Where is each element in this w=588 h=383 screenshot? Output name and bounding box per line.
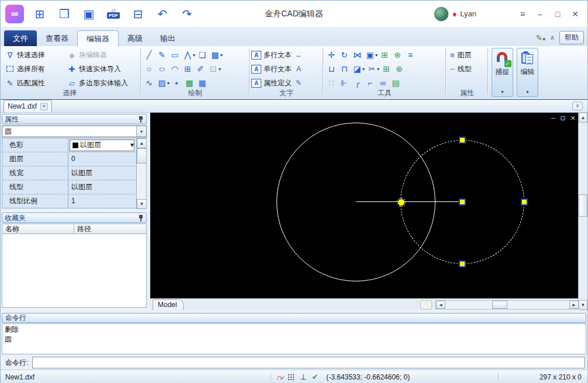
drawing-canvas[interactable]: ─ ⊡ ✕	[150, 113, 579, 298]
point-icon[interactable]: ▪	[170, 76, 183, 89]
export-pdf-button[interactable]: ▱PDF	[105, 5, 122, 23]
extend-icon[interactable]: ⊔	[325, 62, 338, 75]
model-tab[interactable]: Model	[153, 300, 184, 310]
favorites-column-path[interactable]: 路径	[74, 224, 147, 234]
copy-block-icon[interactable]: ⊞	[181, 62, 194, 75]
chevron-down-icon[interactable]: ▾	[130, 138, 134, 152]
quick-select-button[interactable]: ∇快速选择	[5, 48, 67, 62]
chevron-down-icon[interactable]: ▾	[220, 53, 223, 58]
paste-timer-icon[interactable]: ⊛	[393, 62, 406, 75]
grid-toggle[interactable]	[288, 374, 295, 381]
chevron-down-icon[interactable]: ▾	[193, 53, 195, 58]
tab-advanced[interactable]: 高级	[119, 30, 151, 46]
rotate-icon[interactable]: ↻	[338, 48, 351, 61]
single-text-button[interactable]: A单行文本	[251, 62, 292, 76]
tab-viewer[interactable]: 查看器	[37, 30, 77, 46]
help-button[interactable]: 帮助	[559, 31, 584, 44]
image-icon[interactable]: ▩	[183, 76, 196, 89]
collapse-ribbon-button[interactable]: ∧	[550, 34, 555, 41]
minimize-button[interactable]: –	[531, 5, 549, 23]
offset-icon[interactable]: ▣	[364, 48, 376, 61]
save-file-button[interactable]: ▣	[80, 5, 98, 23]
vertical-scrollbar[interactable]: ▲ ▼	[578, 113, 587, 310]
new-file-button[interactable]: ⊞	[31, 5, 49, 23]
add-to-layer-icon[interactable]: ▤	[389, 76, 402, 89]
mdi-minimize-icon[interactable]: ─	[551, 114, 556, 122]
ellipse-icon[interactable]: ○	[153, 62, 171, 75]
scroll-right-icon[interactable]: ►	[569, 301, 579, 309]
maximize-button[interactable]: □	[549, 5, 566, 23]
layout-options-button[interactable]: ♡	[420, 300, 432, 309]
grip-center[interactable]	[459, 199, 466, 206]
grip-bottom[interactable]	[459, 260, 466, 267]
edit-button[interactable]: 编辑 ▾	[517, 48, 538, 97]
mirror-icon[interactable]: ⋈	[351, 48, 364, 61]
property-row-linetype-scale[interactable]: 线型比例 1	[2, 194, 146, 208]
chevron-down-icon[interactable]: ▾	[526, 89, 528, 95]
pen-icon[interactable]: ✐	[194, 62, 207, 75]
text-style-button[interactable]: A	[295, 62, 302, 76]
scroll-up-icon[interactable]: ▲	[137, 138, 147, 148]
rectangle-icon[interactable]: ▭	[168, 48, 181, 61]
property-row-color[interactable]: 色彩 以图层 ▾	[2, 138, 146, 152]
user-avatar[interactable]	[434, 6, 449, 22]
entity-selector[interactable]: 圆 ▾	[2, 126, 147, 137]
favorites-column-name[interactable]: 名称	[2, 224, 74, 234]
erase-icon[interactable]: ◪	[351, 62, 364, 75]
boundary-icon[interactable]: ▩	[209, 48, 222, 61]
hatch-icon[interactable]: ▨	[155, 76, 168, 89]
align-icon[interactable]: ≡	[404, 48, 417, 61]
chevron-down-icon[interactable]: ▾	[501, 89, 503, 95]
group-icon[interactable]: ∞	[376, 76, 389, 89]
document-close-icon[interactable]: ✕	[40, 103, 48, 110]
pin-icon[interactable]	[138, 214, 144, 222]
tab-output[interactable]: 输出	[151, 30, 184, 46]
quick-entity-import-button[interactable]: ✚快速实体导入	[67, 62, 141, 76]
grip-right[interactable]	[521, 199, 528, 206]
chevron-down-icon[interactable]: ▾	[167, 81, 170, 86]
scroll-down-icon[interactable]: ▼	[579, 300, 587, 310]
quick-edit-button[interactable]: ✎▾	[536, 33, 545, 43]
grip-top[interactable]	[459, 137, 466, 144]
user-name[interactable]: Lyan	[460, 9, 476, 18]
grip-left-hot[interactable]	[398, 199, 404, 206]
tab-editor[interactable]: 编辑器	[77, 30, 119, 46]
undo-button[interactable]: ↶	[154, 5, 171, 23]
text-spacing-button[interactable]: ↔	[295, 48, 302, 62]
color-editor[interactable]: 以图层 ▾	[70, 140, 134, 151]
horizontal-scrollbar[interactable]: ◄ ►	[435, 300, 579, 309]
polyline-icon[interactable]: ⋀	[181, 48, 194, 61]
copy-timer-icon[interactable]: ⊛	[391, 48, 404, 61]
scrollbar-thumb[interactable]	[137, 148, 147, 163]
select-all-button[interactable]: 选择所有	[5, 62, 67, 76]
property-row-layer[interactable]: 图层 0	[2, 152, 146, 166]
scroll-up-icon[interactable]: ▲	[579, 113, 587, 123]
scroll-left-icon[interactable]: ◄	[436, 301, 445, 309]
spline-icon[interactable]: ∿	[143, 76, 155, 89]
document-tab[interactable]: New1.dxf ✕	[4, 100, 52, 112]
snap-button[interactable]: ✓ 捕捉 ▾	[492, 48, 513, 97]
property-row-lineweight[interactable]: 线宽 以图层	[2, 166, 146, 180]
copy-icon[interactable]: ⊞	[378, 48, 391, 61]
scrollbar-thumb[interactable]	[492, 301, 507, 309]
block-editor-button[interactable]: ◈块编辑器	[67, 48, 141, 62]
array-icon[interactable]: ∷	[325, 76, 338, 89]
move-icon[interactable]: ✛	[325, 48, 338, 61]
region-icon[interactable]: ⊡	[207, 62, 220, 75]
pin-icon[interactable]	[138, 116, 144, 123]
property-row-linetype[interactable]: 线型 以图层	[2, 180, 146, 194]
trim-icon[interactable]: ✂	[365, 62, 378, 75]
line-entity[interactable]	[356, 201, 462, 202]
copy-entities-icon[interactable]: ⊞	[380, 62, 393, 75]
mdi-restore-icon[interactable]: ⊡	[561, 114, 566, 122]
linetype-button[interactable]: ┄线型	[450, 62, 486, 76]
insert-block-icon[interactable]: ❏	[196, 48, 209, 61]
fillet-icon[interactable]: ╭	[351, 76, 364, 89]
close-button[interactable]: ✕	[566, 5, 584, 23]
osnap-toggle[interactable]: ∩✔	[276, 373, 282, 381]
polar-toggle[interactable]: ✔	[312, 372, 318, 381]
table-icon[interactable]: ▦	[196, 76, 209, 89]
app-menu-button[interactable]: ≡	[514, 5, 531, 23]
open-file-button[interactable]: ❒	[56, 5, 73, 23]
layers-button[interactable]: ≡图层	[450, 48, 486, 62]
